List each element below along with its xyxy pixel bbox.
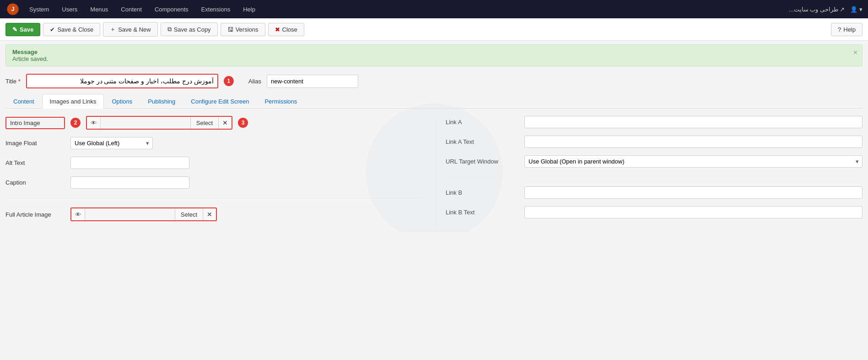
form-area: Intro Image 2 👁 Select ✕ 3 Image Float [5,116,863,229]
link-b-text-label: Link B Text [446,209,519,216]
close-button[interactable]: ✖ Close [268,23,304,36]
top-navigation: J System Users Menus Content Components … [0,0,868,18]
nav-help[interactable]: Help [241,6,257,13]
link-b-label: Link B [446,189,519,196]
versions-icon: 🖫 [227,26,233,33]
url-target-select-wrapper: Use Global (Open in parent window) Open … [524,155,863,168]
tab-content[interactable]: Content [5,94,42,109]
nav-users[interactable]: Users [60,6,79,13]
tab-options[interactable]: Options [104,94,140,109]
nav-components[interactable]: Components [153,6,190,13]
full-article-image-input-group: 👁 Select ✕ [70,207,217,221]
url-target-select[interactable]: Use Global (Open in parent window) Open … [524,155,863,168]
nav-system[interactable]: System [27,6,51,13]
question-icon: ? [838,26,841,33]
title-row: Title * 1 Alias [5,74,863,88]
link-b-input[interactable] [524,186,863,199]
url-target-label: URL Target Window [446,158,519,165]
link-a-text-label: Link A Text [446,138,519,145]
nav-extensions[interactable]: Extensions [199,6,232,13]
intro-image-input[interactable] [101,117,190,129]
url-target-window-row: URL Target Window Use Global (Open in pa… [446,155,863,168]
link-b-row: Link B [446,186,863,199]
message-title: Message [12,49,856,55]
intro-image-badge-3: 3 [238,118,248,128]
link-a-input[interactable] [524,116,863,128]
tab-configure-edit-screen[interactable]: Configure Edit Screen [183,94,257,109]
tab-images-links[interactable]: Images and Links [42,94,104,109]
full-article-image-clear-button[interactable]: ✕ [203,208,216,220]
nav-menu: System Users Menus Content Components Ex… [27,6,789,13]
image-float-select[interactable]: Use Global (Left) None Left Right [70,137,153,149]
top-right-nav: ...طراحی وب سایت ↗ 👤 ▾ [789,6,863,13]
toolbar-help-group: ? Help [831,23,863,36]
tab-publishing[interactable]: Publishing [140,94,183,109]
form-left: Intro Image 2 👁 Select ✕ 3 Image Float [5,116,436,229]
alt-text-row: Alt Text [5,157,422,169]
caption-input[interactable] [70,176,189,189]
intro-image-input-group: 👁 Select ✕ [86,116,232,130]
required-marker: * [18,78,21,85]
joomla-logo[interactable]: J [5,2,20,16]
intro-image-label: Intro Image [5,117,65,129]
toolbar: ✎ Save ✔ Save & Close ＋ Save & New ⧉ Sav… [0,18,868,41]
tab-bar: Content Images and Links Options Publish… [5,94,863,109]
full-article-image-select-button[interactable]: Select [175,209,203,220]
caption-row: Caption [5,176,422,189]
link-a-label: Link A [446,119,519,125]
help-button[interactable]: ? Help [831,23,863,36]
plus-icon: ＋ [110,25,116,33]
intro-image-preview-button[interactable]: 👁 [87,117,101,129]
intro-image-select-button[interactable]: Select [190,117,218,129]
save-copy-button[interactable]: ⧉ Save as Copy [161,22,218,36]
right-divider [446,177,863,177]
save-new-button[interactable]: ＋ Save & New [103,22,158,37]
left-divider [5,198,422,198]
close-icon: ✖ [275,26,280,33]
alias-input[interactable] [267,75,358,88]
alt-text-input[interactable] [70,157,189,169]
link-a-text-row: Link A Text [446,136,863,148]
link-b-text-input[interactable] [524,206,863,218]
image-float-label: Image Float [5,140,65,147]
full-article-image-label: Full Article Image [5,211,65,218]
full-article-image-preview-button[interactable]: 👁 [71,209,85,220]
title-input-wrapper [26,74,218,88]
eye-icon-2: 👁 [75,211,81,218]
image-float-select-wrapper: Use Global (Left) None Left Right ▾ [70,137,153,149]
intro-image-badge-2: 2 [70,118,81,128]
nav-content[interactable]: Content [119,6,144,13]
full-article-image-input[interactable] [85,209,175,220]
link-a-text-input[interactable] [524,136,863,148]
user-icon[interactable]: 👤 ▾ [850,6,863,13]
svg-text:J: J [11,6,14,12]
message-close-button[interactable]: × [853,49,857,57]
title-label: Title * [5,78,21,85]
caption-label: Caption [5,179,65,186]
form-right: Link A Link A Text URL Target Window Use… [436,116,863,229]
intro-image-row: Intro Image 2 👁 Select ✕ 3 [5,116,422,130]
link-a-row: Link A [446,116,863,128]
save-button[interactable]: ✎ Save [5,23,40,36]
message-banner: Message Article saved. × [5,44,863,66]
site-link[interactable]: ...طراحی وب سایت ↗ [789,6,845,13]
main-content: Title * 1 Alias Content Images and Links… [0,70,868,232]
nav-menus[interactable]: Menus [88,6,110,13]
full-article-image-row: Full Article Image 👁 Select ✕ [5,207,422,221]
message-body: Article saved. [12,55,856,62]
versions-button[interactable]: 🖫 Versions [221,23,265,36]
save-icon: ✎ [12,26,17,33]
alt-text-label: Alt Text [5,159,65,166]
tab-permissions[interactable]: Permissions [257,94,305,109]
save-close-button[interactable]: ✔ Save & Close [43,23,100,36]
intro-image-clear-button[interactable]: ✕ [218,117,232,129]
checkmark-icon: ✔ [50,26,55,33]
image-float-row: Image Float Use Global (Left) None Left … [5,137,422,149]
eye-icon: 👁 [91,120,97,126]
copy-icon: ⧉ [167,26,172,33]
title-badge-1: 1 [224,76,234,86]
alias-label: Alias [248,78,261,85]
title-input[interactable] [27,75,217,87]
external-link-icon: ↗ [840,6,845,13]
link-b-text-row: Link B Text [446,206,863,218]
